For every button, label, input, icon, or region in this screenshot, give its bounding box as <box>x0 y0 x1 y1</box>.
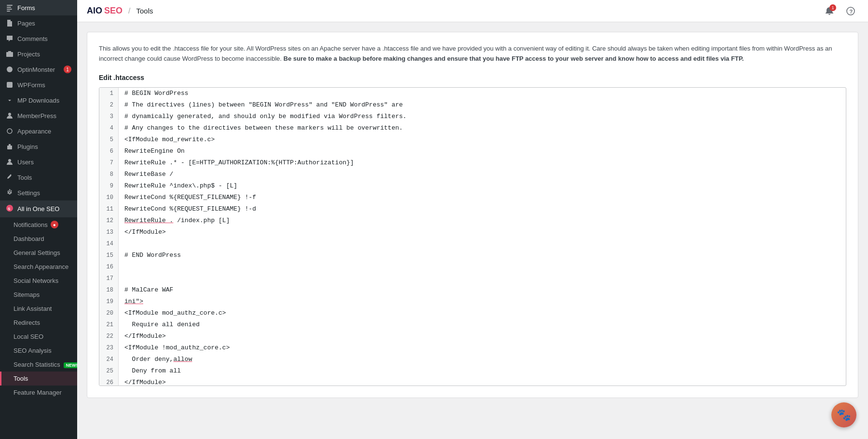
comment-icon <box>6 35 14 42</box>
htaccess-card: This allows you to edit the .htaccess fi… <box>87 32 858 398</box>
sidebar-item-memberpress[interactable]: MemberPress <box>0 108 77 123</box>
line-content: <IfModule mod_authz_core.c> <box>119 307 846 319</box>
code-line: 4# Any changes to the directives between… <box>99 122 846 134</box>
line-number: 21 <box>99 319 119 331</box>
sidebar-item-comments-label: Comments <box>17 35 48 42</box>
code-line: 23<IfModule !mod_authz_core.c> <box>99 342 846 354</box>
plugin-icon <box>6 143 14 150</box>
line-number: 12 <box>99 215 119 226</box>
sidebar-item-appearance-label: Appearance <box>17 128 51 135</box>
sidebar-item-forms-label: Forms <box>17 4 35 12</box>
sidebar-item-settings[interactable]: Settings <box>0 185 77 200</box>
aioseo-submenu: Notifications ● Dashboard General Settin… <box>0 217 77 399</box>
line-content: </IfModule> <box>119 377 846 386</box>
submenu-tools-label: Tools <box>14 375 28 382</box>
sidebar-item-wpforms[interactable]: WPForms <box>0 77 77 93</box>
sidebar-item-tools[interactable]: Tools <box>0 170 77 185</box>
sidebar-item-mp-downloads[interactable]: MP Downloads <box>0 93 77 108</box>
line-number: 3 <box>99 111 119 122</box>
sidebar-item-projects-label: Projects <box>17 51 40 58</box>
code-line: 13</IfModule> <box>99 226 846 238</box>
chat-bubble[interactable]: 🐾 <box>831 402 856 427</box>
code-line: 26</IfModule> <box>99 377 846 386</box>
submenu-redirects[interactable]: Redirects <box>0 316 77 330</box>
line-number: 26 <box>99 377 119 386</box>
sidebar-item-comments[interactable]: Comments <box>0 31 77 46</box>
sidebar-item-settings-label: Settings <box>17 189 40 197</box>
sidebar-item-users[interactable]: Users <box>0 154 77 170</box>
tools-icon <box>6 173 14 181</box>
submenu-tools[interactable]: Tools <box>0 372 77 386</box>
line-content: RewriteCond %{REQUEST_FILENAME} !-d <box>119 203 846 215</box>
line-number: 19 <box>99 296 119 307</box>
notifications-dot: ● <box>51 221 58 228</box>
header-right: 1 ? <box>822 3 858 19</box>
code-line: 20<IfModule mod_authz_core.c> <box>99 307 846 319</box>
line-content: Order deny,allow <box>119 354 846 365</box>
sidebar-item-plugins[interactable]: Plugins <box>0 139 77 154</box>
line-number: 22 <box>99 331 119 342</box>
line-number: 15 <box>99 250 119 261</box>
line-number: 8 <box>99 169 119 180</box>
line-number: 1 <box>99 88 119 99</box>
code-line: 7RewriteRule .* - [E=HTTP_AUTHORIZATION:… <box>99 157 846 169</box>
code-line: 15# END WordPress <box>99 250 846 261</box>
line-content <box>119 273 846 284</box>
svg-rect-4 <box>6 52 13 57</box>
submenu-local-seo[interactable]: Local SEO <box>0 330 77 344</box>
code-line: 14 <box>99 238 846 250</box>
line-number: 16 <box>99 261 119 273</box>
svg-point-5 <box>7 67 13 72</box>
line-content <box>119 238 846 250</box>
line-number: 23 <box>99 342 119 354</box>
line-number: 18 <box>99 284 119 296</box>
line-number: 11 <box>99 203 119 215</box>
line-content: # END WordPress <box>119 250 846 261</box>
sidebar-item-appearance[interactable]: Appearance <box>0 123 77 139</box>
submenu-general-settings[interactable]: General Settings <box>0 246 77 260</box>
submenu-search-appearance[interactable]: Search Appearance <box>0 260 77 274</box>
sidebar-item-forms[interactable]: Forms <box>0 0 77 15</box>
code-editor[interactable]: 1# BEGIN WordPress2# The directives (lin… <box>99 87 846 386</box>
line-content: # MalCare WAF <box>119 284 846 296</box>
project-icon <box>6 50 14 58</box>
code-line: 18# MalCare WAF <box>99 284 846 296</box>
main-area: AIOSEO / Tools 1 ? This allows you to ed… <box>77 0 868 439</box>
form-icon <box>6 4 14 12</box>
submenu-search-statistics[interactable]: Search Statistics NEW! <box>0 358 77 372</box>
submenu-notifications[interactable]: Notifications ● <box>0 217 77 232</box>
submenu-feature-manager[interactable]: Feature Manager <box>0 386 77 399</box>
line-number: 20 <box>99 307 119 319</box>
notification-count: 1 <box>829 4 836 11</box>
code-line: 8RewriteBase / <box>99 169 846 180</box>
submenu-sitemaps[interactable]: Sitemaps <box>0 288 77 302</box>
code-line: 16 <box>99 261 846 273</box>
aioseo-parent-label: All in One SEO <box>17 205 59 213</box>
code-line: 6RewriteEngine On <box>99 146 846 157</box>
sidebar-item-projects[interactable]: Projects <box>0 46 77 62</box>
line-number: 14 <box>99 238 119 250</box>
sidebar-item-optinmonster[interactable]: OptinMonster 1 <box>0 62 77 77</box>
submenu-feature-manager-label: Feature Manager <box>14 389 62 396</box>
submenu-dashboard[interactable]: Dashboard <box>0 232 77 246</box>
sidebar-item-pages[interactable]: Pages <box>0 15 77 31</box>
svg-text:S: S <box>8 207 11 211</box>
sidebar-item-aioseo[interactable]: S All in One SEO <box>0 200 77 217</box>
submenu-social-networks[interactable]: Social Networks <box>0 274 77 288</box>
line-number: 10 <box>99 192 119 203</box>
notifications-button[interactable]: 1 <box>822 3 837 19</box>
line-number: 4 <box>99 122 119 134</box>
submenu-seo-analysis[interactable]: SEO Analysis <box>0 344 77 358</box>
content-area: This allows you to edit the .htaccess fi… <box>77 22 868 439</box>
help-button[interactable]: ? <box>843 3 858 19</box>
line-content: <IfModule !mod_authz_core.c> <box>119 342 846 354</box>
underlined-text: RewriteRule . <box>124 217 173 224</box>
sidebar-item-plugins-label: Plugins <box>17 143 38 150</box>
sidebar-item-tools-label: Tools <box>17 174 32 181</box>
line-content: RewriteBase / <box>119 169 846 180</box>
underlined-text: allow <box>173 356 192 363</box>
description-text: This allows you to edit the .htaccess fi… <box>99 44 846 64</box>
line-content: # BEGIN WordPress <box>119 88 846 99</box>
submenu-link-assistant[interactable]: Link Assistant <box>0 302 77 316</box>
new-badge: NEW! <box>64 362 77 368</box>
